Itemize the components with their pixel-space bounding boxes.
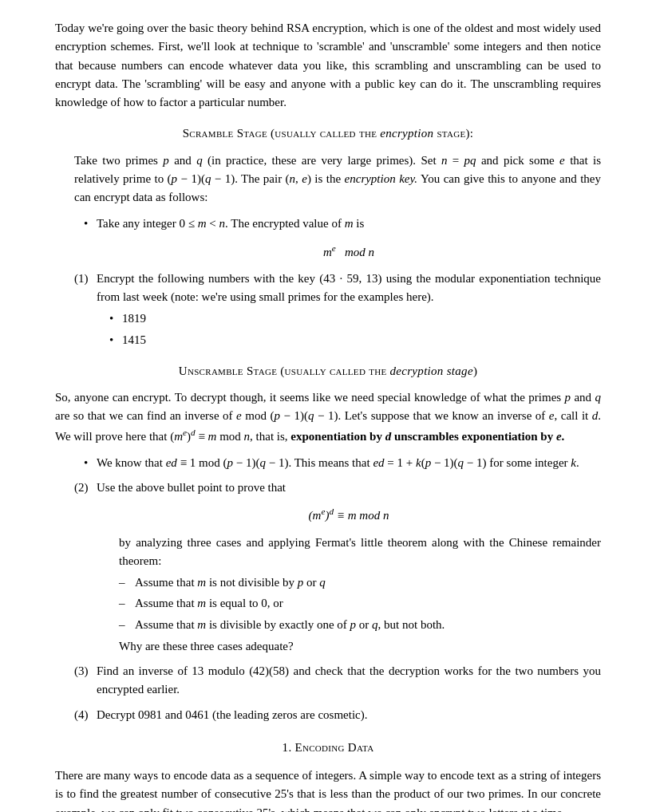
scramble-heading-em: encryption — [380, 127, 433, 140]
math-display-me-mod-n: me mod n — [97, 242, 601, 262]
unscramble-heading-smallcaps: Unscramble Stage (usually called the dec… — [179, 365, 477, 377]
unscramble-body-1: So, anyone can encrypt. To decrypt thoug… — [55, 388, 601, 446]
bullet-list-scramble: Take any integer 0 ≤ m < n. The encrypte… — [84, 215, 601, 262]
intro-text: Today we're going over the basic theory … — [55, 19, 601, 112]
scramble-heading-smallcaps: Scramble Stage (usually called the — [183, 127, 381, 140]
item-num-2: (2) — [74, 479, 89, 497]
numbered-item-2: (2) Use the above bullet point to prove … — [74, 479, 601, 656]
scramble-stage-heading: Scramble Stage (usually called the encry… — [55, 124, 601, 143]
sub-item-1415: 1415 — [109, 331, 601, 349]
item-num-3: (3) — [74, 662, 89, 680]
numbered-item-3: (3) Find an inverse of 13 modulo (42)(58… — [74, 662, 601, 700]
item-num-4: (4) — [74, 706, 89, 724]
item-num-1: (1) — [74, 270, 89, 288]
unscramble-stage-heading: Unscramble Stage (usually called the dec… — [55, 362, 601, 380]
bullet-item-m: Take any integer 0 ≤ m < n. The encrypte… — [84, 215, 601, 262]
page-content: Today we're going over the basic theory … — [17, 0, 639, 812]
dash-item-2: Assume that m is equal to 0, or — [119, 594, 601, 613]
math-display-proof: (me)d ≡ m mod n — [97, 505, 601, 525]
bullet-list-unscramble: We know that ed ≡ 1 mod (p − 1)(q − 1). … — [84, 454, 601, 472]
dash-list-2: Assume that m is not divisible by p or q… — [119, 574, 601, 634]
sub-item-1819: 1819 — [109, 309, 601, 328]
numbered-item-1: (1) Encrypt the following numbers with t… — [74, 270, 601, 349]
dash-item-3: Assume that m is divisible by exactly on… — [119, 616, 601, 634]
bullet-item-ed: We know that ed ≡ 1 mod (p − 1)(q − 1). … — [84, 454, 601, 472]
numbered-list-2: (2) Use the above bullet point to prove … — [74, 479, 601, 724]
scramble-heading-end: stage): — [433, 127, 473, 140]
sub-bullet-list-1: 1819 1415 — [109, 309, 601, 349]
encoding-data-heading: 1. Encoding Data — [55, 739, 601, 757]
dash-item-1: Assume that m is not divisible by p or q — [119, 574, 601, 592]
numbered-item-4: (4) Decrypt 0981 and 0461 (the leading z… — [74, 706, 601, 724]
encoding-heading-num: 1. — [283, 741, 295, 754]
encoding-heading-text: Encoding Data — [295, 741, 374, 754]
encoding-body: There are many ways to encode data as a … — [55, 767, 601, 812]
numbered-list-1: (1) Encrypt the following numbers with t… — [74, 270, 601, 349]
nested-content-2: by analyzing three cases and applying Fe… — [119, 534, 601, 656]
scramble-body: Take two primes p and q (in practice, th… — [74, 152, 601, 207]
